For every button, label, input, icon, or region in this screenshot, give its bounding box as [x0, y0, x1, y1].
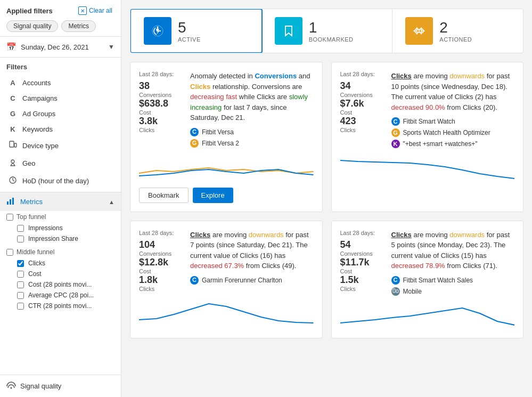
sidebar: Applied filters ✕ Clear all Signal quali… — [0, 0, 121, 397]
stat-card-bookmarked[interactable]: 1 Bookmarked — [262, 9, 393, 53]
clear-all-icon: ✕ — [78, 6, 87, 15]
item-k-icon: K — [391, 140, 400, 148]
bookmarked-label: Bookmarked — [309, 36, 354, 43]
adgroups-letter: G — [9, 110, 17, 118]
cost-moving-item[interactable]: Cost (28 points movi... — [6, 279, 114, 290]
cost-moving-checkbox[interactable] — [17, 281, 24, 288]
filter-tag-signal-quality[interactable]: Signal quality — [6, 20, 58, 32]
top-funnel-label: Top funnel — [17, 213, 46, 221]
middle-funnel-group: Middle funnel — [6, 246, 114, 258]
hod-label: HoD (hour of the day) — [22, 177, 89, 185]
card4-stats: Last 28 days: 54 Conversions $11.7k Cost… — [340, 230, 383, 296]
actioned-icon-box — [405, 17, 433, 45]
card2-clicks: 423 — [340, 116, 383, 127]
metrics-icon — [6, 197, 15, 207]
clicks-item[interactable]: Clicks — [6, 258, 114, 269]
svg-point-11 — [157, 27, 159, 28]
card3-chart — [139, 298, 314, 325]
card1-clicks-link[interactable]: Clicks — [190, 83, 210, 91]
filter-tag-metrics[interactable]: Metrics — [61, 20, 96, 32]
date-row[interactable]: 📅 Sunday, Dec 26, 2021 ▼ — [0, 37, 121, 58]
card2-item3-label: "+best +smart +watches+" — [403, 139, 478, 149]
card4-item1-label: Fitbit Smart Watch Sales — [403, 276, 473, 285]
impressions-item[interactable]: Impressions — [6, 223, 114, 233]
card4-clicks: 1.5k — [340, 274, 383, 286]
svg-rect-8 — [12, 198, 14, 205]
explore-button[interactable]: Explore — [193, 188, 233, 203]
sidebar-item-hod[interactable]: HoD (hour of the day) — [6, 172, 114, 190]
card3-item1-label: Garmin Forerunner Charlton — [202, 276, 282, 285]
keywords-label: Keywords — [22, 125, 53, 133]
item-m-icon — [391, 287, 400, 296]
item-c-icon: C — [391, 276, 400, 285]
anomaly-card-3: Last 28 days: 104 Conversions $12.8k Cos… — [130, 221, 323, 338]
clicks-label: Clicks — [28, 260, 45, 267]
sidebar-item-adgroups[interactable]: G Ad Groups — [6, 106, 114, 121]
svg-rect-7 — [10, 199, 11, 205]
impression-share-checkbox[interactable] — [17, 236, 24, 242]
device-type-icon — [9, 141, 17, 151]
impressions-checkbox[interactable] — [17, 225, 24, 232]
avg-cpc-checkbox[interactable] — [17, 292, 24, 299]
card1-cost: $638.8 — [139, 98, 182, 109]
filters-section: Filters A Accounts C Campaigns G Ad Grou… — [0, 58, 121, 192]
item-c-icon: C — [190, 276, 199, 285]
sidebar-item-metrics[interactable]: Metrics ▲ — [0, 192, 121, 211]
avg-cpc-item[interactable]: Average CPC (28 poi... — [6, 290, 114, 301]
applied-filters-label: Applied filters — [6, 7, 53, 15]
cost-checkbox[interactable] — [17, 271, 24, 278]
card3-stats: Last 28 days: 104 Conversions $12.8k Cos… — [139, 230, 182, 292]
card1-conversions-link[interactable]: Conversions — [255, 72, 297, 80]
card1-conv: 38 — [139, 80, 182, 92]
card2-item-3: K "+best +smart +watches+" — [391, 139, 515, 149]
stat-card-actioned[interactable]: 2 Actioned — [392, 9, 523, 53]
card4-clicks-link[interactable]: Clicks — [391, 231, 412, 239]
sidebar-item-accounts[interactable]: A Accounts — [6, 75, 114, 91]
item-c-icon: C — [190, 128, 199, 136]
card4-item-1: C Fitbit Smart Watch Sales — [391, 276, 515, 285]
impression-share-item[interactable]: Impression Share — [6, 233, 114, 244]
top-funnel-checkbox[interactable] — [6, 214, 13, 221]
bookmark-button[interactable]: Bookmark — [139, 188, 189, 203]
card3-items: C Garmin Forerunner Charlton — [190, 276, 314, 285]
card1-text: Anomaly detected in Conversions and Clic… — [190, 71, 314, 148]
ctr-checkbox[interactable] — [17, 303, 24, 310]
card2-clicks-link[interactable]: Clicks — [391, 72, 412, 80]
card3-cost: $12.8k — [139, 257, 182, 268]
middle-funnel-checkbox[interactable] — [6, 249, 13, 256]
campaigns-label: Campaigns — [22, 94, 58, 102]
clear-all-label: Clear all — [89, 7, 112, 14]
actioned-number: 2 — [439, 19, 472, 36]
sidebar-item-geo[interactable]: Geo — [6, 155, 114, 172]
stat-card-active[interactable]: 5 Active — [130, 9, 263, 53]
sidebar-item-keywords[interactable]: K Keywords — [6, 121, 114, 137]
anomaly-card-4: Last 28 days: 54 Conversions $11.7k Cost… — [331, 221, 524, 338]
card4-text: Clicks are moving downwards for past 5 p… — [391, 230, 515, 296]
card1-item1-label: Fitbit Versa — [202, 127, 234, 137]
chevron-down-icon: ▼ — [108, 43, 114, 51]
card2-conv: 34 — [340, 80, 383, 92]
actioned-label: Actioned — [439, 36, 472, 43]
card3-period: Last 28 days: — [139, 230, 182, 236]
clear-all-button[interactable]: ✕ Clear all — [76, 5, 114, 16]
geo-label: Geo — [22, 159, 36, 167]
metrics-expand-icon: ▲ — [109, 199, 114, 205]
svg-rect-18 — [393, 289, 395, 293]
card3-clicks-link[interactable]: Clicks — [190, 231, 210, 239]
signal-quality-icon — [6, 380, 16, 392]
sidebar-item-device-type[interactable]: Device type — [6, 137, 114, 155]
card2-item2-label: Sports Watch Health Optimizer — [403, 128, 490, 137]
clicks-checkbox[interactable] — [17, 260, 24, 267]
accounts-letter: A — [9, 79, 17, 87]
svg-line-5 — [13, 180, 14, 181]
cost-moving-label: Cost (28 points movi... — [28, 281, 92, 288]
card3-conv: 104 — [139, 239, 182, 250]
card4-conv: 54 — [340, 239, 383, 250]
cost-item[interactable]: Cost — [6, 269, 114, 279]
sidebar-item-campaigns[interactable]: C Campaigns — [6, 91, 114, 106]
svg-point-9 — [11, 387, 12, 389]
signal-quality-footer[interactable]: Signal quality — [0, 375, 121, 397]
active-number: 5 — [178, 19, 201, 36]
ctr-item[interactable]: CTR (28 points movi... — [6, 301, 114, 311]
card2-text: Clicks are moving downwards for past 10 … — [391, 71, 515, 149]
